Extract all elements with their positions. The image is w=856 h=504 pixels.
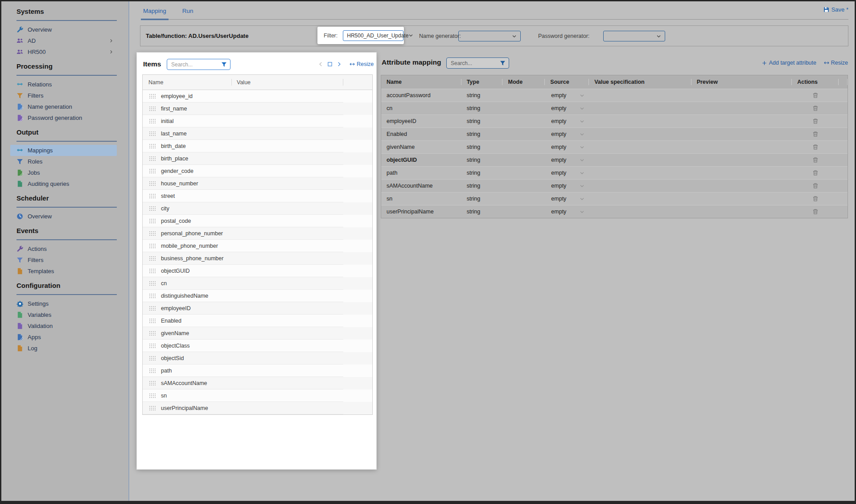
drag-handle-icon[interactable] — [149, 406, 156, 410]
filter-select[interactable]: HR500_AD_User_Update — [343, 30, 403, 41]
item-row[interactable]: street — [143, 190, 372, 202]
sidebar-item-validation[interactable]: Validation — [1, 320, 128, 332]
trash-icon[interactable] — [812, 196, 819, 202]
prev-page-icon[interactable] — [318, 61, 323, 67]
attribute-row[interactable]: path string empty — [381, 166, 848, 179]
password-generator-select[interactable] — [603, 31, 665, 41]
item-row[interactable]: distinguishedName — [143, 290, 372, 302]
sidebar-item-templates[interactable]: Templates — [1, 266, 128, 277]
tab-mapping[interactable]: Mapping — [141, 5, 169, 20]
item-row[interactable]: path — [143, 365, 372, 377]
sidebar-item-settings[interactable]: Settings — [1, 298, 128, 309]
drag-handle-icon[interactable] — [149, 256, 156, 261]
filter-funnel-icon[interactable] — [500, 60, 506, 66]
attribute-row[interactable]: cn string empty — [381, 102, 848, 115]
item-row[interactable]: birth_date — [143, 140, 372, 152]
attribute-row[interactable]: sn string empty — [381, 192, 848, 205]
attribute-row[interactable]: givenName string empty — [381, 140, 848, 153]
sidebar-item-filters[interactable]: Filters — [1, 90, 128, 101]
sidebar-item-roles[interactable]: Roles — [1, 156, 128, 167]
sidebar-item-overview[interactable]: Overview — [1, 211, 128, 222]
sidebar-item-actions[interactable]: Actions — [1, 243, 128, 254]
drag-handle-icon[interactable] — [149, 106, 156, 111]
items-resize-button[interactable]: Resize — [350, 61, 374, 67]
drag-handle-icon[interactable] — [149, 268, 156, 273]
trash-icon[interactable] — [812, 170, 819, 176]
item-row[interactable]: mobile_phone_number — [143, 240, 372, 252]
chevron-down-icon[interactable] — [580, 93, 584, 98]
trash-icon[interactable] — [812, 157, 819, 163]
drag-handle-icon[interactable] — [149, 356, 156, 361]
attribute-row[interactable]: employeeID string empty — [381, 115, 848, 127]
chevron-down-icon[interactable] — [580, 184, 584, 188]
sidebar-item-ad[interactable]: AD — [1, 35, 128, 46]
item-row[interactable]: cn — [143, 277, 372, 290]
add-target-attribute-button[interactable]: Add target attribute — [762, 60, 816, 66]
attribute-row[interactable]: Enabled string empty — [381, 127, 848, 140]
sidebar-item-filters[interactable]: Filters — [1, 254, 128, 266]
item-row[interactable]: givenName — [143, 327, 372, 340]
item-row[interactable]: objectSid — [143, 352, 372, 365]
drag-handle-icon[interactable] — [149, 318, 156, 323]
item-row[interactable]: first_name — [143, 102, 372, 115]
sidebar-item-password-generation[interactable]: Password generation — [1, 112, 128, 123]
page-indicator-icon[interactable] — [327, 61, 333, 67]
item-row[interactable]: postal_code — [143, 215, 372, 227]
trash-icon[interactable] — [812, 105, 819, 111]
item-row[interactable]: gender_code — [143, 165, 372, 177]
attribute-row[interactable]: accountPassword string empty — [381, 89, 848, 102]
save-button[interactable]: Save * — [823, 6, 848, 13]
trash-icon[interactable] — [812, 183, 819, 189]
item-row[interactable]: Enabled — [143, 315, 372, 327]
drag-handle-icon[interactable] — [149, 293, 156, 298]
drag-handle-icon[interactable] — [149, 119, 156, 123]
item-row[interactable]: sAMAccountName — [143, 377, 372, 389]
sidebar-item-overview[interactable]: Overview — [1, 24, 128, 35]
sidebar-item-hr500[interactable]: HR500 — [1, 46, 128, 57]
trash-icon[interactable] — [812, 118, 819, 124]
sidebar-item-apps[interactable]: Apps — [1, 332, 128, 343]
trash-icon[interactable] — [812, 131, 819, 137]
drag-handle-icon[interactable] — [149, 231, 156, 236]
drag-handle-icon[interactable] — [149, 218, 156, 223]
sidebar-item-variables[interactable]: Variables — [1, 309, 128, 320]
drag-handle-icon[interactable] — [149, 343, 156, 348]
name-generator-select[interactable] — [458, 31, 521, 41]
sidebar-item-name-generation[interactable]: Name generation — [1, 101, 128, 112]
chevron-down-icon[interactable] — [580, 119, 584, 124]
attribute-mapping-resize-button[interactable]: Resize — [824, 60, 848, 66]
drag-handle-icon[interactable] — [149, 181, 156, 186]
sidebar-item-auditing-queries[interactable]: Auditing queries — [1, 178, 128, 189]
drag-handle-icon[interactable] — [149, 381, 156, 385]
sidebar-item-jobs[interactable]: Jobs — [1, 167, 128, 178]
next-page-icon[interactable] — [337, 61, 342, 67]
item-row[interactable]: sn — [143, 389, 372, 402]
item-row[interactable]: city — [143, 202, 372, 215]
drag-handle-icon[interactable] — [149, 306, 156, 311]
drag-handle-icon[interactable] — [149, 156, 156, 161]
item-row[interactable]: house_number — [143, 177, 372, 190]
chevron-down-icon[interactable] — [580, 197, 584, 201]
drag-handle-icon[interactable] — [149, 393, 156, 398]
chevron-down-icon[interactable] — [580, 145, 584, 150]
item-row[interactable]: birth_place — [143, 152, 372, 165]
sidebar-item-relations[interactable]: Relations — [1, 79, 128, 90]
drag-handle-icon[interactable] — [149, 131, 156, 136]
chevron-down-icon[interactable] — [580, 132, 584, 137]
trash-icon[interactable] — [812, 209, 819, 215]
trash-icon[interactable] — [812, 92, 819, 98]
item-row[interactable]: initial — [143, 115, 372, 127]
attribute-row[interactable]: userPrincipalName string empty — [381, 205, 848, 218]
item-row[interactable]: employee_id — [143, 90, 372, 102]
items-search-input[interactable] — [170, 61, 221, 68]
trash-icon[interactable] — [812, 144, 819, 150]
drag-handle-icon[interactable] — [149, 243, 156, 248]
item-row[interactable]: objectClass — [143, 340, 372, 352]
sidebar-item-log[interactable]: Log — [1, 343, 128, 354]
item-row[interactable]: employeeID — [143, 302, 372, 315]
drag-handle-icon[interactable] — [149, 143, 156, 148]
chevron-down-icon[interactable] — [580, 106, 584, 111]
item-row[interactable]: userPrincipalName — [143, 402, 372, 414]
tab-run[interactable]: Run — [180, 5, 196, 20]
attribute-row[interactable]: objectGUID string empty — [381, 153, 848, 166]
